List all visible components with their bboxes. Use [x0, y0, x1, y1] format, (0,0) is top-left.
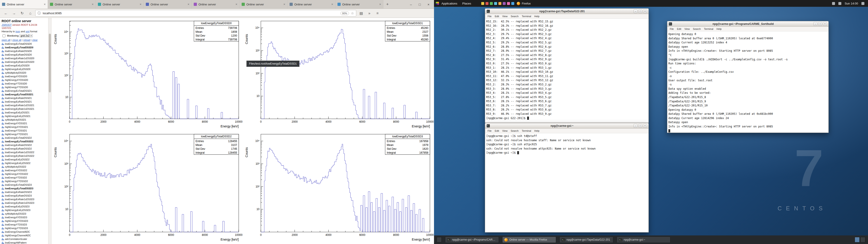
browser-tab[interactable]: Online server× [192, 0, 240, 8]
new-tab-button[interactable]: + [383, 0, 392, 8]
places-menu[interactable]: Places [460, 0, 473, 7]
browser-tab[interactable]: Online server× [287, 0, 336, 8]
overflow-icon[interactable]: » [366, 11, 373, 16]
terminal-menu-search[interactable]: Search [691, 28, 702, 30]
terminal-titlebar[interactable]: >_ npg@carme-gsi:~/Programs/CARME_Sort/b… [667, 21, 829, 27]
tray-icon-0[interactable] [481, 2, 484, 5]
tree-item-highEnergyYTDSSD0[interactable]: highEnergyYTDSSD0 [2, 85, 47, 89]
tab-close-icon[interactable]: × [44, 2, 46, 6]
tree-item-lowEnergyYTDSSD0[interactable]: lowEnergyYTDSSD0 [2, 82, 47, 85]
tree-item-lowEnergyExTotalDSSD0[interactable]: lowEnergyExTotalDSSD0 [2, 42, 47, 45]
minimize-icon[interactable]: – [633, 9, 638, 13]
tree-item-lowEnergyExRate1sDSSD2[interactable]: lowEnergyExRate1sDSSD2 [2, 150, 47, 154]
browser-tab[interactable]: Online server× [336, 0, 383, 8]
layout-select[interactable]: grid 2x2 [20, 34, 33, 37]
tree-item-xyMultiplicityDSSD2[interactable]: xyMultiplicityDSSD2 [2, 165, 47, 169]
tree-item-lowEnergyExRate1sDSSD3[interactable]: lowEnergyExRate1sDSSD3 [2, 197, 47, 201]
tree-item-highEnergyXYDSSD1[interactable]: highEnergyXYDSSD1 [2, 125, 47, 129]
tree-item-lowEnergyExRateDSSD0[interactable]: lowEnergyExRateDSSD0 [2, 49, 47, 53]
tree-item-lowEnergyEyRateDSSD2[interactable]: lowEnergyEyRateDSSD2 [2, 147, 47, 150]
tree-item-lowEnergyEyRate1sDSSD3[interactable]: lowEnergyEyRate1sDSSD3 [2, 201, 47, 205]
close-icon[interactable]: × [643, 9, 647, 13]
tree-item-lowEnergyEyTotalDSSD3[interactable]: lowEnergyEyTotalDSSD3 [2, 187, 47, 190]
terminal-output[interactable]: [npg@carme-gsi ~]$ ssh td@staff ssh: Cou… [485, 133, 649, 232]
tray-icon-2[interactable] [490, 2, 493, 5]
terminal-menu-view[interactable]: View [683, 28, 691, 30]
terminal-menu-search[interactable]: Search [509, 15, 520, 18]
browser-tab[interactable]: Online server× [144, 0, 192, 8]
histogram-plot-lowEnergyEyTotalDSSD1[interactable]: 02000400060008000100001010²10³10⁴Energy … [243, 18, 434, 131]
terminal-menu-terminal[interactable]: Terminal [702, 28, 715, 30]
close-icon[interactable]: × [428, 2, 430, 6]
taskbar-button[interactable]: >_npg@carme-gsi:~/Programs/CARME... [445, 237, 499, 243]
tree-item-lowEnergyEyTotalDSSD2[interactable]: lowEnergyEyTotalDSSD2 [2, 140, 47, 143]
minimize-icon[interactable]: – [410, 2, 412, 6]
maximize-icon[interactable]: □ [418, 2, 421, 6]
app-menu-firefox[interactable]: Firefox [514, 0, 533, 7]
tree-item-lowEnergyExRateDSSD1[interactable]: lowEnergyExRateDSSD1 [2, 96, 47, 100]
tray-icon-3[interactable] [494, 2, 497, 5]
tree-item-lowEnergyYTDSSD1[interactable]: lowEnergyYTDSSD1 [2, 129, 47, 132]
action-link-close-all[interactable]: close all [12, 39, 21, 41]
maximize-icon[interactable]: □ [638, 124, 642, 128]
tray-icon-7[interactable] [511, 2, 514, 5]
volume-icon[interactable] [832, 2, 835, 5]
tree-item-xyMultiplicityDSSD1[interactable]: xyMultiplicityDSSD1 [2, 118, 47, 122]
terminal-menu-edit[interactable]: Edit [675, 28, 683, 30]
terminal-menu-edit[interactable]: Edit [493, 129, 501, 132]
tree-item-lowEnergyYTDSSD3[interactable]: lowEnergyYTDSSD3 [2, 223, 47, 226]
tab-close-icon[interactable]: × [188, 2, 189, 6]
tree-item-lowEnergyExRateDSSD2[interactable]: lowEnergyExRateDSSD2 [2, 143, 47, 147]
close-icon[interactable]: × [643, 124, 647, 128]
minimize-icon[interactable]: – [813, 22, 817, 26]
browser-tab[interactable]: Online server× [0, 0, 48, 8]
tree-item-lowEnergyExEyDSSD2[interactable]: lowEnergyExEyDSSD2 [2, 158, 47, 161]
tree-item-lowEnergyYTDSSD2[interactable]: lowEnergyYTDSSD2 [2, 176, 47, 179]
terminal-menu-terminal[interactable]: Terminal [520, 129, 533, 132]
json-link[interactable]: json [16, 30, 20, 33]
tree-item-lowEnergyEyRate1sDSSD1[interactable]: lowEnergyEyRate1sDSSD1 [2, 107, 47, 111]
tree-item-lowEnergyXYDSSD1[interactable]: lowEnergyXYDSSD1 [2, 122, 47, 125]
terminal-titlebar[interactable]: >_ npg@carme-gsi:/TapeData/G22-201 –□× [485, 8, 649, 14]
monitoring-checkbox[interactable] [2, 34, 5, 37]
url-bar[interactable]: ⓘ localhost:8085 90% ☆ [35, 10, 356, 17]
tree-item-highEnergyXYDSSD3[interactable]: highEnergyXYDSSD3 [2, 219, 47, 223]
url-text[interactable]: localhost:8085 [43, 11, 338, 15]
tree-item-lowEnergyEyRate1sDSSD0[interactable]: lowEnergyEyRate1sDSSD0 [2, 60, 47, 64]
tree-item-xyMultiplicityDSSD3[interactable]: xyMultiplicityDSSD3 [2, 212, 47, 216]
tray-icon-1[interactable] [486, 2, 489, 5]
sidebar-scrollbar[interactable] [48, 18, 52, 244]
tree-item-highEnergyYTDSSD3[interactable]: highEnergyYTDSSD3 [2, 226, 47, 230]
terminal-menu-file[interactable]: File [486, 15, 493, 18]
action-link-clear[interactable]: clear [32, 39, 37, 41]
taskbar-button[interactable]: Online server — Mozilla Firefox [502, 237, 556, 243]
tree-item-highEnergyExEyDSSD3[interactable]: highEnergyExEyDSSD3 [2, 208, 47, 212]
tray-icon-6[interactable] [507, 2, 510, 5]
terminal-menu-terminal[interactable]: Terminal [520, 15, 533, 18]
tree-item-highEnergyXYDSSD2[interactable]: highEnergyXYDSSD2 [2, 172, 47, 176]
terminal-menu-search[interactable]: Search [509, 129, 520, 132]
workspace-2[interactable] [860, 237, 865, 242]
tree-item-lowEnergyExEyDSSD3[interactable]: lowEnergyExEyDSSD3 [2, 205, 47, 208]
minimize-icon[interactable]: – [633, 124, 638, 128]
hamburger-menu-icon[interactable]: ≡ [374, 11, 381, 16]
tree-item-lowEnergyEyRateDSSD0[interactable]: lowEnergyEyRateDSSD0 [2, 53, 47, 57]
browser-tab[interactable]: Online server× [240, 0, 287, 8]
home-icon[interactable]: ⌂ [27, 11, 33, 16]
taskbar-button[interactable]: >_npg@carme-gsi:~ [617, 237, 671, 243]
tab-close-icon[interactable]: × [92, 2, 94, 6]
tree-item-lowEnergyExRate1sDSSD0[interactable]: lowEnergyExRate1sDSSD0 [2, 57, 47, 60]
bookmark-star-icon[interactable]: ☆ [351, 11, 354, 16]
tree-item-lowEnergyExRateDSSD3[interactable]: lowEnergyExRateDSSD3 [2, 190, 47, 194]
scrollbar-thumb[interactable] [49, 34, 51, 92]
terminal-menu-help[interactable]: Help [715, 28, 723, 30]
tree-item-lowEnergyXYDSSD3[interactable]: lowEnergyXYDSSD3 [2, 216, 47, 219]
tree-item-lowEnergyExEyDSSD1[interactable]: lowEnergyExEyDSSD1 [2, 111, 47, 114]
tree-item-highEnergyYTDSSD2[interactable]: highEnergyYTDSSD2 [2, 179, 47, 183]
clock[interactable]: Sun 14:00 [845, 2, 858, 5]
close-icon[interactable]: × [823, 22, 827, 26]
tree-item-lowEnergyChannelADC[interactable]: lowEnergyChannelADC [2, 230, 47, 234]
workspace-1[interactable] [855, 237, 860, 242]
tree-item-lowEnergyEyRateDSSD1[interactable]: lowEnergyEyRateDSSD1 [2, 100, 47, 103]
terminal-menu-help[interactable]: Help [533, 129, 541, 132]
